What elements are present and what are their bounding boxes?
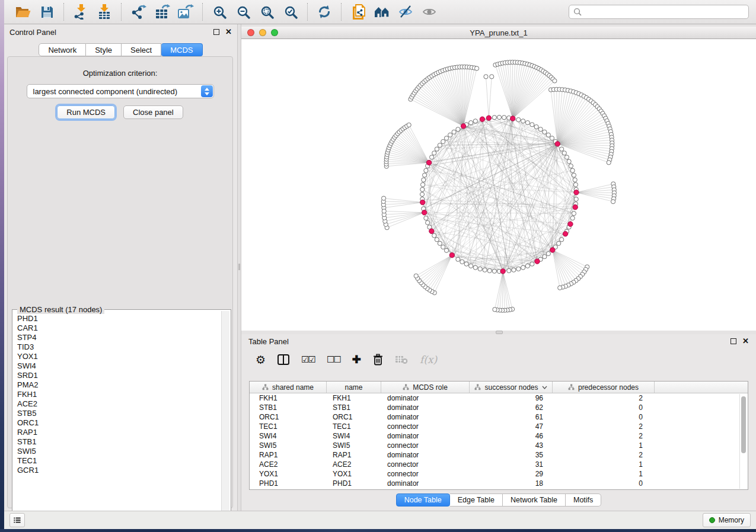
table-row[interactable]: STB1STB1dominator620 xyxy=(250,403,741,412)
export-network-button[interactable] xyxy=(128,2,148,21)
table-row[interactable]: FKH1FKH1dominator962 xyxy=(250,393,741,403)
column-header[interactable]: shared name xyxy=(250,382,327,393)
float-panel-icon[interactable] xyxy=(213,29,219,35)
mcds-list-item[interactable]: GCR1 xyxy=(17,466,221,475)
table-row[interactable]: ORC1ORC1dominator610 xyxy=(250,412,741,422)
mcds-list-item[interactable]: SWI5 xyxy=(17,447,221,456)
table-scrollbar-thumb[interactable] xyxy=(741,396,746,453)
window-minimize-button[interactable] xyxy=(259,29,266,36)
mcds-list-item[interactable]: TID3 xyxy=(17,342,221,352)
zoom-fit-button[interactable] xyxy=(257,2,277,21)
mcds-list-item[interactable]: PMA2 xyxy=(17,380,221,390)
open-folder-icon xyxy=(15,5,31,18)
mcds-list-item[interactable]: RAP1 xyxy=(17,428,221,437)
mcds-list-item[interactable]: PHD1 xyxy=(17,314,221,323)
tab-select[interactable]: Select xyxy=(122,43,161,56)
column-header[interactable]: successor nodes xyxy=(470,382,553,393)
mcds-result-list[interactable]: PHD1CAR1STP4TID3YOX1SWI4SRD1PMA2FKH1ACE2… xyxy=(14,311,221,527)
table-settings-button[interactable]: ⚙ xyxy=(256,354,266,366)
table-cell: YOX1 xyxy=(327,470,381,478)
mcds-list-item[interactable]: SRD1 xyxy=(17,371,221,380)
select-all-button[interactable]: ☑☑ xyxy=(301,354,315,365)
window-zoom-button[interactable] xyxy=(271,29,278,36)
zoom-out-icon xyxy=(237,5,250,19)
mcds-list-item[interactable]: STB5 xyxy=(17,409,221,418)
float-table-panel-icon[interactable] xyxy=(731,338,736,344)
add-column-button[interactable]: ✚ xyxy=(352,353,361,366)
panel-splitter[interactable] xyxy=(237,24,241,511)
control-panel-tabs: Network Style Select MCDS xyxy=(4,43,237,56)
mcds-list-scrollbar[interactable] xyxy=(221,311,229,527)
tab-network[interactable]: Network xyxy=(39,43,86,56)
mcds-list-item[interactable]: FKH1 xyxy=(17,390,221,399)
table-cell: 0 xyxy=(553,479,655,488)
tab-style[interactable]: Style xyxy=(86,43,122,56)
table-cell: 18 xyxy=(470,479,553,488)
hide-selected-button[interactable] xyxy=(395,2,416,21)
network-canvas[interactable] xyxy=(241,39,756,331)
import-network-button[interactable] xyxy=(71,2,91,21)
table-row[interactable]: SWI4SWI4dominator462 xyxy=(250,431,741,441)
search-input[interactable] xyxy=(585,7,744,17)
search-icon xyxy=(573,8,582,16)
network-window-title: YPA_prune.txt_1 xyxy=(470,28,527,37)
table-row[interactable]: YOX1YOX1connector291 xyxy=(250,469,741,479)
zoom-in-button[interactable] xyxy=(209,2,229,21)
mcds-list-item[interactable]: YOX1 xyxy=(17,352,221,361)
mcds-list-item[interactable]: ORC1 xyxy=(17,418,221,428)
memory-button[interactable]: Memory xyxy=(703,513,751,527)
tab-mcds[interactable]: MCDS xyxy=(161,43,202,56)
clear-selection-button[interactable]: ☐☐ xyxy=(327,354,340,365)
optimization-criterion-select[interactable]: largest connected component (undirected) xyxy=(27,84,214,98)
mcds-list-item[interactable]: ACE2 xyxy=(17,399,221,409)
table-row[interactable]: ACE2ACE2connector311 xyxy=(250,460,741,469)
column-header[interactable]: name xyxy=(327,382,381,393)
table-row[interactable]: RAP1RAP1dominator352 xyxy=(250,450,741,460)
new-network-from-selection-button[interactable] xyxy=(348,2,368,21)
table-panel-title: Table Panel xyxy=(248,337,289,346)
table-cell: 2 xyxy=(553,451,655,459)
show-all-button[interactable] xyxy=(419,2,439,21)
mcds-list-item[interactable]: STP4 xyxy=(17,333,221,342)
table-row[interactable]: TEC1TEC1connector472 xyxy=(250,422,741,431)
save-session-button[interactable] xyxy=(37,2,57,21)
tab-edge-table[interactable]: Edge Table xyxy=(450,493,503,507)
close-panel-icon[interactable]: ✕ xyxy=(225,29,232,35)
table-row[interactable]: SWI5SWI5connector431 xyxy=(250,441,741,450)
show-columns-button[interactable] xyxy=(277,354,289,365)
tab-motifs[interactable]: Motifs xyxy=(566,493,601,507)
window-close-button[interactable] xyxy=(247,29,254,36)
table-cell: 2 xyxy=(553,394,655,402)
open-file-button[interactable] xyxy=(13,2,33,21)
first-neighbors-button[interactable] xyxy=(372,2,392,21)
search-box[interactable] xyxy=(569,5,749,19)
table-cell: dominator xyxy=(381,394,470,402)
column-label: successor nodes xyxy=(484,383,538,392)
table-row[interactable]: PHD1PHD1dominator180 xyxy=(250,479,741,488)
mcds-list-item[interactable]: TEC1 xyxy=(17,456,221,466)
mcds-list-item[interactable]: STB1 xyxy=(17,437,221,447)
zoom-out-button[interactable] xyxy=(233,2,253,21)
zoom-selected-button[interactable] xyxy=(280,2,301,21)
tab-node-table[interactable]: Node Table xyxy=(396,493,450,507)
export-table-button[interactable] xyxy=(152,2,172,21)
run-mcds-button[interactable]: Run MCDS xyxy=(57,105,115,119)
table-cell: ORC1 xyxy=(327,413,381,421)
table-scrollbar[interactable] xyxy=(739,394,747,489)
delete-columns-button[interactable] xyxy=(373,354,383,366)
close-panel-button[interactable]: Close panel xyxy=(123,105,183,119)
export-image-button[interactable] xyxy=(176,2,196,21)
main-toolbar xyxy=(4,0,756,24)
delete-table-button[interactable] xyxy=(395,355,408,364)
column-header[interactable]: predecessor nodes xyxy=(553,382,655,393)
tab-network-table[interactable]: Network Table xyxy=(503,493,566,507)
table-cell: RAP1 xyxy=(250,451,327,459)
refresh-view-button[interactable] xyxy=(314,2,334,21)
close-table-panel-icon[interactable]: ✕ xyxy=(742,338,749,344)
mcds-list-item[interactable]: SWI4 xyxy=(17,361,221,371)
mcds-list-item[interactable]: CAR1 xyxy=(17,323,221,333)
function-builder-button[interactable]: f(x) xyxy=(420,354,437,366)
import-table-button[interactable] xyxy=(94,2,114,21)
column-header[interactable]: MCDS role xyxy=(381,382,470,393)
status-menu-button[interactable] xyxy=(9,513,25,527)
